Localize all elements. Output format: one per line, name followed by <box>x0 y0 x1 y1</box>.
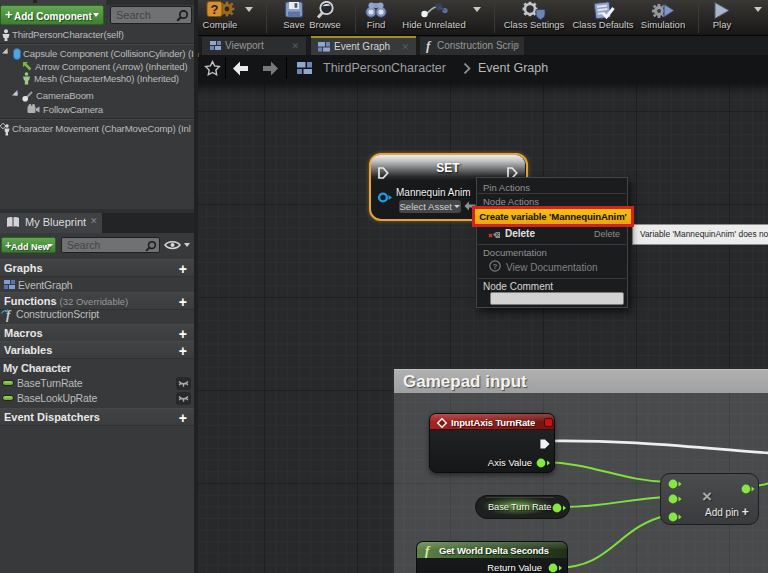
svg-text:?: ? <box>211 2 219 17</box>
svg-text:?: ? <box>493 262 498 271</box>
